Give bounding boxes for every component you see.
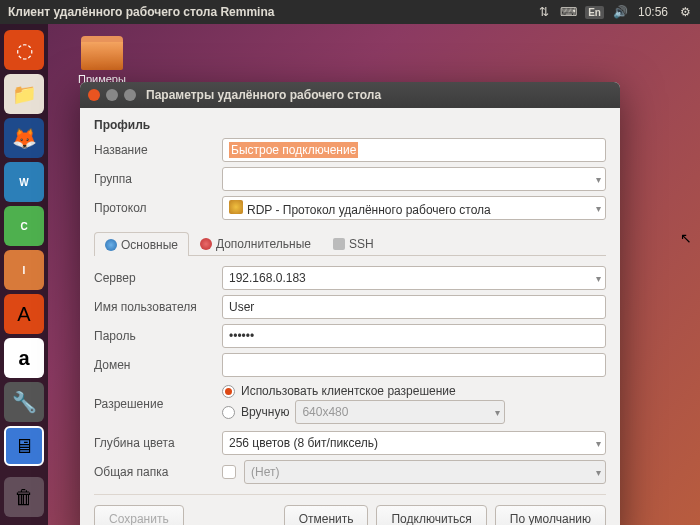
chevron-down-icon: ▾ (596, 203, 601, 214)
protocol-combo[interactable]: RDP - Протокол удалённого рабочего стола… (222, 196, 606, 220)
tabs: Основные Дополнительные SSH (94, 228, 606, 256)
label-server: Сервер (94, 271, 214, 285)
tab-ssh[interactable]: SSH (322, 231, 385, 255)
domain-input[interactable] (222, 353, 606, 377)
label-name: Название (94, 143, 214, 157)
chevron-down-icon: ▾ (495, 407, 500, 418)
user-input[interactable] (222, 295, 606, 319)
minimize-icon[interactable] (106, 89, 118, 101)
server-combo[interactable]: 192.168.0.183▾ (222, 266, 606, 290)
panel-indicators: ⇅ ⌨ En 🔊 10:56 ⚙ (537, 5, 692, 19)
save-button: Сохранить (94, 505, 184, 525)
chevron-down-icon: ▾ (596, 438, 601, 449)
label-share: Общая папка (94, 465, 214, 479)
chevron-down-icon: ▾ (596, 467, 601, 478)
software-icon[interactable]: A (4, 294, 44, 334)
label-resolution: Разрешение (94, 397, 214, 411)
group-combo[interactable]: ▾ (222, 167, 606, 191)
radio-manual-res[interactable] (222, 406, 235, 419)
dialog-body: Профиль Название Быстрое подключение Гру… (80, 108, 620, 525)
dialog-window: Параметры удалённого рабочего стола Проф… (80, 82, 620, 525)
amazon-icon[interactable]: a (4, 338, 44, 378)
top-panel: Клиент удалённого рабочего стола Remmina… (0, 0, 700, 24)
files-icon[interactable]: 📁 (4, 74, 44, 114)
name-input[interactable]: Быстрое подключение (222, 138, 606, 162)
folder-icon (81, 36, 123, 70)
dialog-footer: Сохранить Отменить Подключиться По умолч… (94, 494, 606, 525)
password-input[interactable] (222, 324, 606, 348)
gear-icon[interactable]: ⚙ (678, 5, 692, 19)
calc-icon[interactable]: C (4, 206, 44, 246)
rdp-icon (229, 200, 243, 214)
desktop-folder-examples[interactable]: Примеры (78, 36, 126, 85)
label-user: Имя пользователя (94, 300, 214, 314)
trash-icon[interactable]: 🗑 (4, 477, 44, 517)
impress-icon[interactable]: I (4, 250, 44, 290)
chevron-down-icon: ▾ (596, 174, 601, 185)
label-depth: Глубина цвета (94, 436, 214, 450)
maximize-icon[interactable] (124, 89, 136, 101)
label-domain: Домен (94, 358, 214, 372)
keyboard-icon[interactable]: ⌨ (561, 5, 575, 19)
radio-client-res[interactable] (222, 385, 235, 398)
key-icon (333, 238, 345, 250)
settings-icon[interactable]: 🔧 (4, 382, 44, 422)
tab-advanced[interactable]: Дополнительные (189, 231, 322, 255)
cancel-button[interactable]: Отменить (284, 505, 369, 525)
network-icon[interactable]: ⇅ (537, 5, 551, 19)
section-profile: Профиль (94, 118, 606, 132)
cursor-icon: ↖ (680, 230, 692, 246)
writer-icon[interactable]: W (4, 162, 44, 202)
warning-icon (200, 238, 212, 250)
label-protocol: Протокол (94, 201, 214, 215)
launcher: ◌ 📁 🦊 W C I A a 🔧 🖥 🗑 (0, 24, 48, 525)
titlebar[interactable]: Параметры удалённого рабочего стола (80, 82, 620, 108)
language-indicator[interactable]: En (585, 6, 604, 19)
manual-res-combo: 640x480▾ (295, 400, 505, 424)
firefox-icon[interactable]: 🦊 (4, 118, 44, 158)
sound-icon[interactable]: 🔊 (614, 5, 628, 19)
radio-client-res-label: Использовать клиентское разрешение (241, 384, 456, 398)
panel-title: Клиент удалённого рабочего стола Remmina (8, 5, 537, 19)
clock[interactable]: 10:56 (638, 5, 668, 19)
tab-basic[interactable]: Основные (94, 232, 189, 256)
remmina-icon[interactable]: 🖥 (4, 426, 44, 466)
close-icon[interactable] (88, 89, 100, 101)
radio-manual-res-label: Вручную (241, 405, 289, 419)
depth-combo[interactable]: 256 цветов (8 бит/пиксель)▾ (222, 431, 606, 455)
info-icon (105, 239, 117, 251)
dash-icon[interactable]: ◌ (4, 30, 44, 70)
default-button[interactable]: По умолчанию (495, 505, 606, 525)
chevron-down-icon: ▾ (596, 273, 601, 284)
share-combo: (Нет)▾ (244, 460, 606, 484)
connect-button[interactable]: Подключиться (376, 505, 486, 525)
label-password: Пароль (94, 329, 214, 343)
label-group: Группа (94, 172, 214, 186)
share-checkbox[interactable] (222, 465, 236, 479)
window-title: Параметры удалённого рабочего стола (146, 88, 381, 102)
